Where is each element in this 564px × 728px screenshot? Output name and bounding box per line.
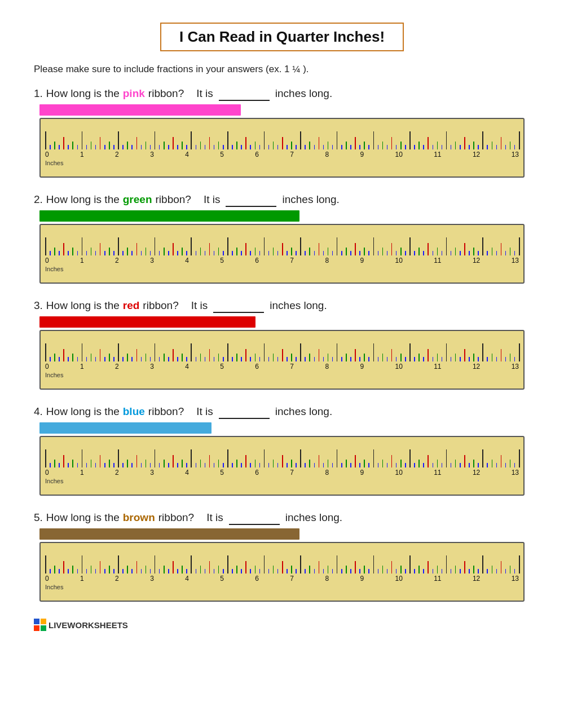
ruler-tick [409,555,411,573]
ruler-tick [259,145,261,149]
question-prefix: How long is the [46,87,120,100]
ruler-tick [255,460,256,467]
ruler-tick [355,243,356,255]
ruler-tick [323,357,324,361]
ruler-tick [146,248,147,255]
ruler-label: 5 [220,151,224,158]
ruler-tick [113,145,114,149]
ruler-tick [409,343,411,361]
ruler-label: 5 [220,469,224,476]
ruler-tick [482,237,483,255]
ruler-tick [405,569,406,573]
ruler-tick [241,463,242,467]
ruler-label: 7 [290,363,294,370]
ruler-tick [418,354,420,361]
ruler-tick [209,561,210,573]
ruler-tick [273,142,274,149]
ruler-tick [514,251,515,255]
ruler-tick [382,354,384,361]
ruler-tick [259,357,261,361]
ruler-tick [136,243,138,255]
ruler-tick [510,354,511,361]
ruler-tick [127,142,128,149]
ruler-tick [268,463,270,467]
ruler-tick [287,251,288,255]
ruler-tick [255,142,256,149]
ruler-tick [131,463,133,467]
ruler-tick [227,237,228,255]
ruler-tick [168,145,169,149]
ruler-tick [350,463,351,467]
ruler-tick [519,237,520,255]
ruler-tick [510,460,511,467]
ruler-tick [45,449,46,467]
ruler: 012345678910111213Inches [39,224,525,284]
ruler-tick [373,237,374,255]
ribbon-wrap-2 [39,210,530,222]
ruler-tick [150,251,151,255]
ruler-tick [200,460,201,467]
ruler-tick [451,251,452,255]
ruler-inches-label: Inches [45,584,519,590]
ruler-label: 2 [115,363,119,370]
ruler-label: 5 [220,257,224,264]
ruler-label: 8 [325,575,329,583]
ruler-tick [227,343,228,361]
question-text-2: 2. How long is the green ribbon? It is i… [34,193,530,207]
ruler-tick [205,251,206,255]
color-word: brown [123,511,155,524]
ruler-tick [191,555,192,573]
ruler-tick [451,463,452,467]
ruler-tick [473,354,474,361]
ruler-tick [159,145,160,149]
ruler-tick [236,248,237,255]
ruler-tick [314,569,315,573]
ruler-label: 4 [185,363,189,370]
ruler-tick [332,357,333,361]
ruler-tick [442,357,443,361]
ruler-tick [314,145,315,149]
ruler-tick [473,142,474,149]
ruler-tick [382,142,384,149]
ruler-tick [418,248,420,255]
ruler-label: 13 [512,257,519,264]
ruler-tick [478,357,479,361]
ruler-tick [414,569,415,573]
ruler-tick [155,555,156,573]
ruler-tick [492,566,493,573]
ruler-label: 7 [290,257,294,264]
ruler-tick [241,145,242,149]
ruler-tick [409,237,411,255]
liveworksheets-logo: LIVEWORKSHEETS [34,619,128,631]
ruler-tick [227,555,228,573]
ruler-label: 5 [220,363,224,370]
ruler-tick [245,455,246,467]
ruler-tick [341,251,342,255]
ruler-tick [264,555,265,573]
ruler-tick [473,460,474,467]
ruler-tick [355,455,356,467]
ruler-tick [414,357,415,361]
ruler-tick [54,460,55,467]
ruler-tick [328,142,329,149]
ruler-tick [423,357,424,361]
ruler-label: 6 [255,257,259,264]
ruler-tick [136,455,138,467]
ruler-tick [314,463,315,467]
ruler-tick [300,343,301,361]
ruler-tick [273,354,274,361]
ruler-tick [346,566,347,573]
ruler-tick [100,243,101,255]
ruler-tick [309,460,310,467]
ruler-tick [209,455,210,467]
ruler-tick [259,463,261,467]
ruler-tick [200,248,201,255]
ruler-tick [45,343,46,361]
ruler-tick [391,137,393,149]
ruler-tick [63,243,64,255]
ruler-tick [82,237,83,255]
ruler-tick [282,137,283,149]
ruler-tick [464,349,465,361]
ruler-tick [218,248,219,255]
ruler-tick [223,463,224,467]
